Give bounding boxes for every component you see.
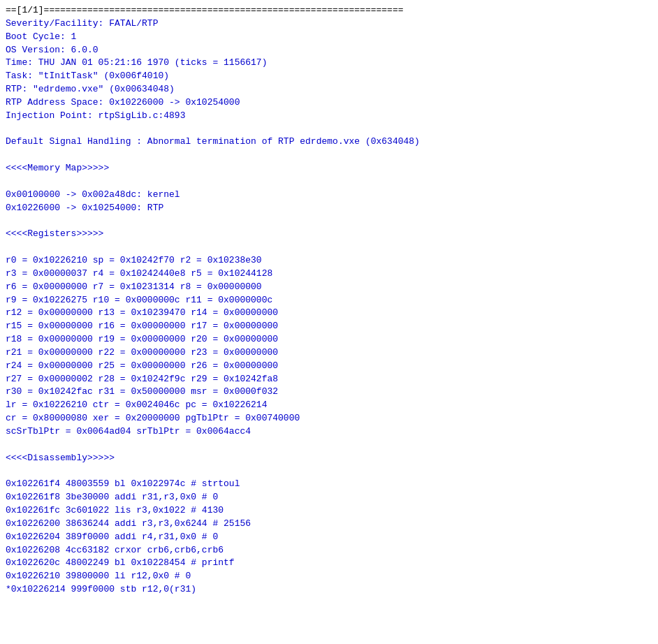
terminal-line: OS Version: 6.0.0 xyxy=(6,44,652,57)
terminal-line: 0x1022620c 48002249 bl 0x10228454 # prin… xyxy=(6,557,652,570)
terminal-line xyxy=(6,123,652,136)
terminal-line: r15 = 0x00000000 r16 = 0x00000000 r17 = … xyxy=(6,320,652,333)
terminal-line: 0x00100000 -> 0x002a48dc: kernel xyxy=(6,189,652,202)
terminal-line: 0x102261f4 48003559 bl 0x1022974c # strt… xyxy=(6,478,652,491)
terminal-line: RTP Address Space: 0x10226000 -> 0x10254… xyxy=(6,96,652,110)
terminal-line: r18 = 0x00000000 r19 = 0x00000000 r20 = … xyxy=(6,333,652,346)
terminal-line xyxy=(6,465,652,478)
terminal-line: Task: "tInitTask" (0x006f4010) xyxy=(6,70,652,83)
terminal-line: 0x10226204 389f0000 addi r4,r31,0x0 # 0 xyxy=(6,531,652,544)
terminal-line: 0x102261f8 3be30000 addi r31,r3,0x0 # 0 xyxy=(6,491,652,504)
terminal-line: cr = 0x80000080 xer = 0x20000000 pgTblPt… xyxy=(6,412,652,425)
terminal-line: ==[1/1]=================================… xyxy=(6,4,652,17)
terminal-line: 0x10226208 4cc63182 crxor crb6,crb6,crb6 xyxy=(6,544,652,557)
terminal-line: <<<<Disassembly>>>>> xyxy=(6,452,652,465)
terminal-line: Default Signal Handling : Abnormal termi… xyxy=(6,136,652,149)
terminal-line: RTP: "edrdemo.vxe" (0x00634048) xyxy=(6,83,652,96)
terminal-line: 0x10226210 39800000 li r12,0x0 # 0 xyxy=(6,570,652,583)
terminal-line: 0x102261fc 3c601022 lis r3,0x1022 # 4130 xyxy=(6,504,652,518)
terminal-line xyxy=(6,175,652,189)
terminal-line xyxy=(6,149,652,162)
terminal-line: <<<<Registers>>>>> xyxy=(6,228,652,241)
terminal-line: r0 = 0x10226210 sp = 0x10242f70 r2 = 0x1… xyxy=(6,254,652,268)
terminal-line: r30 = 0x10242fac r31 = 0x50000000 msr = … xyxy=(6,386,652,399)
terminal-line: r24 = 0x00000000 r25 = 0x00000000 r26 = … xyxy=(6,360,652,373)
terminal-line: Injection Point: rtpSigLib.c:4893 xyxy=(6,110,652,123)
terminal-line: 0x10226200 38636244 addi r3,r3,0x6244 # … xyxy=(6,518,652,531)
terminal-line: Time: THU JAN 01 05:21:16 1970 (ticks = … xyxy=(6,57,652,70)
terminal-line: <<<<Memory Map>>>>> xyxy=(6,162,652,175)
terminal-line: r9 = 0x10226275 r10 = 0x0000000c r11 = 0… xyxy=(6,294,652,307)
terminal-line xyxy=(6,215,652,228)
terminal-line: r12 = 0x00000000 r13 = 0x10239470 r14 = … xyxy=(6,307,652,320)
terminal-line: r6 = 0x00000000 r7 = 0x10231314 r8 = 0x0… xyxy=(6,281,652,294)
terminal-line: r21 = 0x00000000 r22 = 0x00000000 r23 = … xyxy=(6,346,652,360)
terminal-line: r3 = 0x00000037 r4 = 0x10242440e8 r5 = 0… xyxy=(6,268,652,281)
terminal-output: ==[1/1]=================================… xyxy=(0,0,658,644)
terminal-line: Severity/Facility: FATAL/RTP xyxy=(6,17,652,31)
terminal-line: Boot Cycle: 1 xyxy=(6,31,652,44)
terminal-line: r27 = 0x00000002 r28 = 0x10242f9c r29 = … xyxy=(6,373,652,386)
terminal-line: *0x10226214 999f0000 stb r12,0(r31) xyxy=(6,583,652,597)
terminal-line: 0x10226000 -> 0x10254000: RTP xyxy=(6,202,652,215)
terminal-line: lr = 0x10226210 ctr = 0x0024046c pc = 0x… xyxy=(6,399,652,412)
terminal-line xyxy=(6,439,652,452)
terminal-line: scSrTblPtr = 0x0064ad04 srTblPtr = 0x006… xyxy=(6,425,652,439)
terminal-line xyxy=(6,241,652,254)
